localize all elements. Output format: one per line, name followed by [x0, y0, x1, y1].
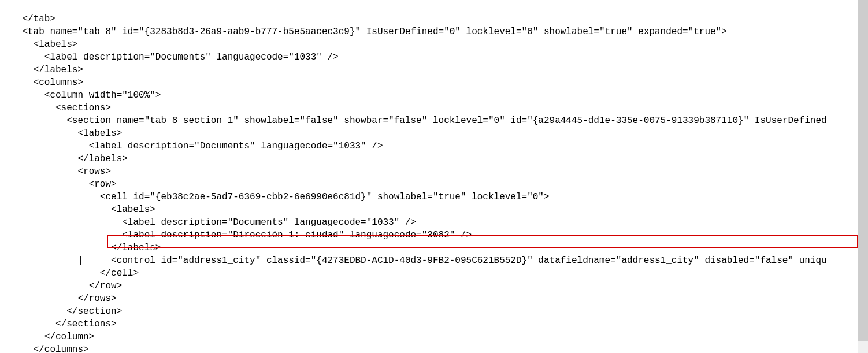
code-line: <rows> — [0, 166, 111, 177]
code-line: <cell id="{eb38c2ae-5ad7-6369-cbb2-6e699… — [0, 192, 550, 202]
code-line: <label description="Documents" languagec… — [0, 141, 383, 151]
code-line: <label description="Dirección 1: ciudad"… — [0, 230, 472, 240]
code-line: </column> — [0, 332, 94, 342]
code-line: </sections> — [0, 319, 117, 329]
code-line: </row> — [0, 281, 122, 291]
code-line: <labels> — [0, 128, 122, 139]
code-line: <labels> — [0, 39, 77, 50]
code-line: </columns> — [0, 344, 89, 353]
code-line: <column width="100%"> — [0, 90, 161, 101]
vertical-scrollbar-track[interactable] — [858, 0, 868, 353]
code-line: </tab> — [0, 14, 55, 24]
code-line: <columns> — [0, 77, 83, 88]
code-line: </rows> — [0, 293, 117, 304]
code-line: </labels> — [0, 65, 83, 75]
code-line: <sections> — [0, 103, 111, 113]
code-line: </labels> — [0, 154, 128, 164]
code-line: <section name="tab_8_section_1" showlabe… — [0, 116, 827, 126]
code-line: <label description="Documents" languagec… — [0, 52, 339, 62]
code-line: <row> — [0, 179, 117, 189]
code-line: <labels> — [0, 205, 155, 215]
vertical-scrollbar-thumb[interactable] — [858, 0, 868, 341]
code-line: </section> — [0, 306, 122, 317]
code-line: </cell> — [0, 268, 139, 278]
code-line: </labels> — [0, 243, 161, 253]
code-block[interactable]: </tab> <tab name="tab_8" id="{3283b8d3-2… — [0, 0, 868, 353]
code-line: | <control id="address1_city" classid="{… — [0, 255, 827, 266]
code-line: <label description="Documents" languagec… — [0, 217, 416, 228]
code-line: <tab name="tab_8" id="{3283b8d3-26a9-aab… — [0, 27, 727, 37]
